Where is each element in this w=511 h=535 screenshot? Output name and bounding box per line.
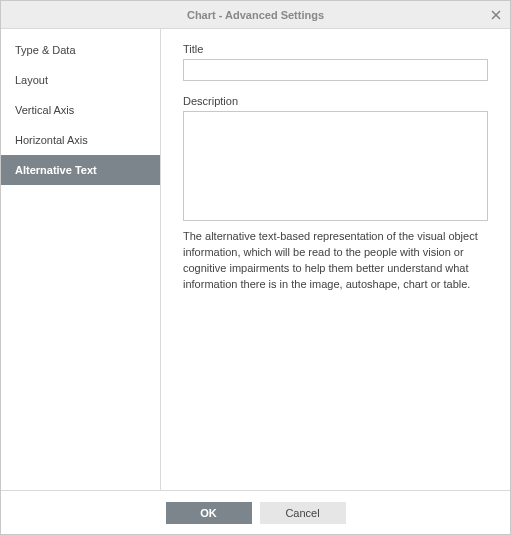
dialog-chart-advanced-settings: Chart - Advanced Settings Type & Data La… [0,0,511,535]
title-input[interactable] [183,59,488,81]
field-description: Description The alternative text-based r… [183,95,488,293]
sidebar-item-layout[interactable]: Layout [1,65,160,95]
titlebar: Chart - Advanced Settings [1,1,510,29]
description-label: Description [183,95,488,107]
sidebar-item-vertical-axis[interactable]: Vertical Axis [1,95,160,125]
title-label: Title [183,43,488,55]
sidebar: Type & Data Layout Vertical Axis Horizon… [1,29,161,490]
dialog-title: Chart - Advanced Settings [1,9,510,21]
sidebar-item-label: Layout [15,74,48,86]
sidebar-item-alternative-text[interactable]: Alternative Text [1,155,160,185]
field-title: Title [183,43,488,81]
dialog-footer: OK Cancel [1,490,510,534]
cancel-button[interactable]: Cancel [260,502,346,524]
sidebar-item-label: Vertical Axis [15,104,74,116]
close-button[interactable] [482,1,510,29]
close-icon [491,10,501,20]
sidebar-item-label: Alternative Text [15,164,97,176]
sidebar-item-label: Horizontal Axis [15,134,88,146]
content-panel: Title Description The alternative text-b… [161,29,510,490]
sidebar-item-horizontal-axis[interactable]: Horizontal Axis [1,125,160,155]
description-textarea[interactable] [183,111,488,221]
sidebar-item-label: Type & Data [15,44,76,56]
ok-button[interactable]: OK [166,502,252,524]
dialog-body: Type & Data Layout Vertical Axis Horizon… [1,29,510,490]
sidebar-item-type-data[interactable]: Type & Data [1,35,160,65]
description-help-text: The alternative text-based representatio… [183,229,488,293]
